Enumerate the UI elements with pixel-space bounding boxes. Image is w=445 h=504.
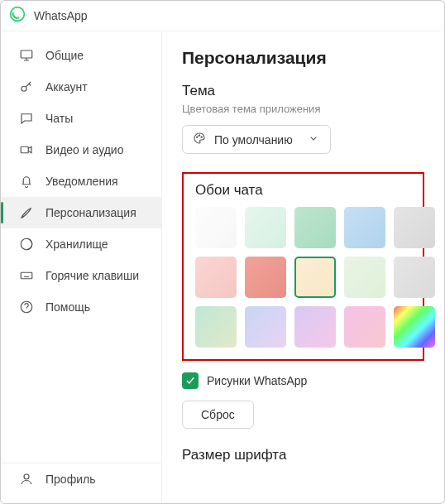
svg-point-8: [197, 137, 198, 137]
wallpaper-swatch[interactable]: [294, 207, 336, 248]
storage-icon: [19, 237, 34, 252]
content: Персонализация Тема Цветовая тема прилож…: [162, 31, 444, 503]
reset-button[interactable]: Сброс: [182, 401, 254, 429]
wallpaper-swatch[interactable]: [195, 257, 237, 298]
video-icon: [19, 142, 34, 157]
sidebar-item-shortcuts[interactable]: Горячие клавиши: [1, 260, 161, 291]
theme-title: Тема: [182, 83, 424, 99]
wallpaper-swatch[interactable]: [344, 257, 385, 298]
sidebar-item-storage[interactable]: Хранилище: [1, 228, 161, 260]
monitor-icon: [19, 48, 34, 63]
sidebar-item-profile[interactable]: Профиль: [1, 463, 161, 495]
theme-subtitle: Цветовая тема приложения: [182, 103, 424, 115]
sidebar-item-notifications[interactable]: Уведомления: [1, 166, 161, 197]
font-title: Размер шрифта: [182, 447, 424, 463]
wallpaper-swatches: [195, 207, 411, 348]
settings-window: WhatsApp Общие Аккаунт Чаты Вид: [0, 0, 445, 504]
body: Общие Аккаунт Чаты Видео и аудио Уведомл: [1, 31, 444, 503]
bell-icon: [19, 174, 34, 189]
sidebar-item-label: Помощь: [45, 300, 90, 314]
sidebar-item-chats[interactable]: Чаты: [1, 103, 161, 134]
wallpaper-swatch[interactable]: [344, 207, 385, 248]
sidebar-item-label: Общие: [45, 49, 84, 62]
wallpaper-swatch[interactable]: [245, 306, 286, 348]
font-section: Размер шрифта: [182, 447, 424, 463]
sidebar-item-label: Чаты: [45, 112, 73, 125]
sidebar-item-label: Аккаунт: [45, 80, 88, 94]
sidebar-item-video-audio[interactable]: Видео и аудио: [1, 134, 161, 166]
wallpaper-swatch[interactable]: [394, 207, 435, 248]
chevron-down-icon: [307, 132, 320, 147]
page-title: Персонализация: [182, 48, 424, 68]
palette-icon: [193, 132, 206, 147]
svg-point-9: [199, 135, 199, 136]
svg-rect-3: [21, 146, 28, 153]
svg-rect-5: [21, 272, 32, 279]
help-icon: [19, 300, 34, 314]
theme-selected-value: По умолчанию: [214, 133, 293, 146]
sidebar-item-help[interactable]: Помощь: [1, 291, 161, 323]
chat-icon: [19, 111, 34, 126]
theme-select[interactable]: По умолчанию: [182, 125, 331, 154]
svg-rect-1: [21, 50, 32, 58]
sidebar-item-label: Горячие клавиши: [45, 269, 139, 282]
svg-point-2: [22, 86, 26, 91]
key-icon: [19, 79, 34, 94]
sidebar-item-label: Уведомления: [45, 175, 118, 188]
doodles-row: Рисунки WhatsApp: [182, 372, 424, 389]
sidebar-footer: Профиль: [1, 463, 161, 495]
sidebar: Общие Аккаунт Чаты Видео и аудио Уведомл: [1, 31, 162, 503]
app-title: WhatsApp: [34, 9, 88, 22]
theme-section: Тема Цветовая тема приложения По умолчан…: [182, 83, 424, 154]
wallpaper-swatch[interactable]: [294, 306, 336, 348]
svg-point-10: [201, 137, 202, 137]
wallpaper-swatch[interactable]: [195, 306, 237, 348]
sidebar-item-general[interactable]: Общие: [1, 40, 161, 71]
keyboard-icon: [19, 268, 34, 283]
wallpaper-swatch[interactable]: [394, 257, 435, 298]
wallpaper-highlight-box: Обои чата: [182, 172, 424, 361]
sidebar-item-account[interactable]: Аккаунт: [1, 71, 161, 103]
wallpaper-swatch[interactable]: [195, 207, 237, 248]
wallpaper-swatch[interactable]: [245, 257, 286, 298]
sidebar-items: Общие Аккаунт Чаты Видео и аудио Уведомл: [1, 40, 161, 458]
sidebar-item-label: Персонализация: [45, 206, 136, 219]
sidebar-item-personalization[interactable]: Персонализация: [1, 197, 161, 228]
wallpaper-swatch[interactable]: [294, 257, 336, 298]
wallpaper-title: Обои чата: [195, 182, 411, 199]
titlebar: WhatsApp: [1, 1, 444, 31]
doodles-checkbox[interactable]: [182, 372, 199, 389]
wallpaper-swatch[interactable]: [394, 306, 435, 348]
reset-button-label: Сброс: [201, 408, 235, 421]
wallpaper-section: Обои чата Рисунки WhatsApp Сброс: [182, 172, 424, 429]
wallpaper-swatch[interactable]: [344, 306, 385, 348]
wallpaper-swatch[interactable]: [245, 207, 286, 248]
sidebar-item-label: Профиль: [45, 473, 95, 486]
svg-point-7: [24, 474, 29, 479]
brush-icon: [19, 205, 34, 220]
whatsapp-logo-icon: [9, 6, 26, 26]
doodles-label: Рисунки WhatsApp: [207, 374, 307, 387]
sidebar-item-label: Видео и аудио: [45, 143, 123, 156]
sidebar-item-label: Хранилище: [45, 238, 108, 251]
profile-icon: [19, 472, 34, 487]
